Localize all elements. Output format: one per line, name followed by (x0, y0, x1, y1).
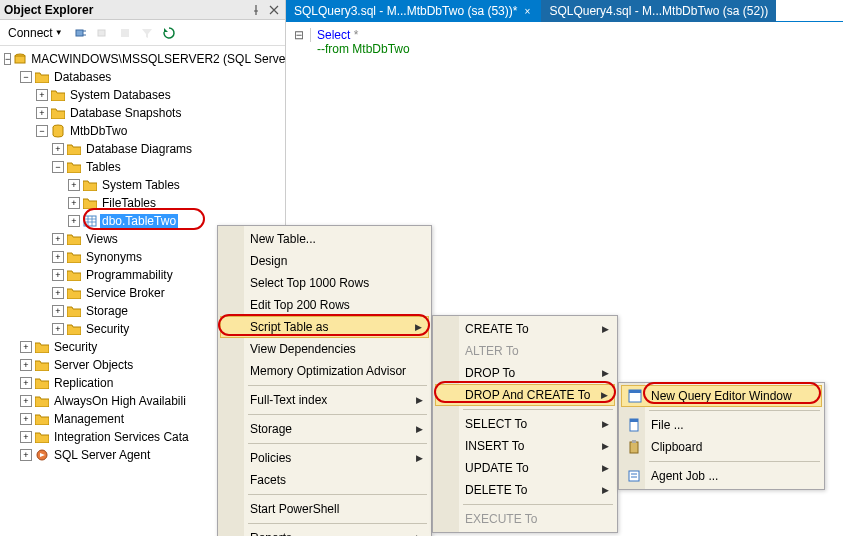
pin-icon[interactable] (249, 3, 263, 17)
menu-storage[interactable]: Storage▶ (220, 418, 429, 440)
expand-icon[interactable]: + (36, 89, 48, 101)
menu-insert-to[interactable]: INSERT To▶ (435, 435, 615, 457)
menu-label: SELECT To (465, 417, 527, 431)
menu-new-table[interactable]: New Table... (220, 228, 429, 250)
menu-select-to[interactable]: SELECT To▶ (435, 413, 615, 435)
context-menu-script: CREATE To▶ ALTER To DROP To▶ DROP And CR… (432, 315, 618, 533)
connect-button[interactable]: Connect ▼ (4, 24, 67, 42)
menu-label: Full-Text index (250, 393, 327, 407)
disconnect-icon[interactable] (95, 25, 111, 41)
tree-sysdb-node[interactable]: +System Databases (36, 86, 285, 104)
menu-fulltext[interactable]: Full-Text index▶ (220, 389, 429, 411)
expand-icon[interactable]: + (68, 197, 80, 209)
expand-icon[interactable]: + (52, 305, 64, 317)
close-icon[interactable] (267, 3, 281, 17)
submenu-arrow-icon: ▶ (416, 424, 423, 434)
expand-icon[interactable]: + (52, 233, 64, 245)
expand-icon[interactable]: + (20, 341, 32, 353)
expand-icon[interactable]: + (20, 395, 32, 407)
expand-icon[interactable]: + (52, 287, 64, 299)
submenu-arrow-icon: ▶ (416, 453, 423, 463)
tab-close-icon[interactable]: × (521, 5, 533, 17)
expand-icon[interactable]: + (68, 215, 80, 227)
stop-icon[interactable] (117, 25, 133, 41)
svg-rect-9 (629, 390, 641, 393)
synonyms-label: Synonyms (84, 250, 144, 264)
svg-rect-12 (630, 442, 638, 453)
collapse-icon[interactable]: − (52, 161, 64, 173)
menu-policies[interactable]: Policies▶ (220, 447, 429, 469)
connect-plug-icon[interactable] (73, 25, 89, 41)
expand-icon[interactable]: + (68, 179, 80, 191)
tab-sqlquery3[interactable]: SQLQuery3.sql - M...MtbDbTwo (sa (53))* … (286, 0, 541, 22)
expand-icon[interactable]: + (20, 377, 32, 389)
expand-icon[interactable]: + (52, 269, 64, 281)
menu-edit-top[interactable]: Edit Top 200 Rows (220, 294, 429, 316)
expand-icon[interactable]: + (20, 413, 32, 425)
filetables-label: FileTables (100, 196, 158, 210)
menu-facets[interactable]: Facets (220, 469, 429, 491)
expand-icon[interactable]: + (52, 143, 64, 155)
expand-icon[interactable]: + (36, 107, 48, 119)
folder-icon (50, 88, 66, 102)
menu-reports[interactable]: Reports▶ (220, 527, 429, 536)
expand-icon[interactable]: + (52, 323, 64, 335)
menu-create-to[interactable]: CREATE To▶ (435, 318, 615, 340)
tree-db-node[interactable]: −MtbDbTwo (36, 122, 285, 140)
menu-label: Agent Job ... (651, 469, 718, 483)
refresh-icon[interactable] (161, 25, 177, 41)
collapse-icon[interactable]: − (4, 53, 11, 65)
folder-icon (66, 304, 82, 318)
menu-design[interactable]: Design (220, 250, 429, 272)
menu-drop-to[interactable]: DROP To▶ (435, 362, 615, 384)
collapse-icon[interactable]: − (36, 125, 48, 137)
folder-icon (66, 286, 82, 300)
file-icon (626, 417, 642, 433)
code-editor[interactable]: ⊟Select * ⊟--from MtbDbTwo (286, 22, 843, 62)
svg-rect-14 (629, 471, 639, 481)
menu-view-deps[interactable]: View Dependencies (220, 338, 429, 360)
menu-label: INSERT To (465, 439, 524, 453)
tree-diagrams-node[interactable]: +Database Diagrams (52, 140, 285, 158)
security-label: Security (52, 340, 99, 354)
menu-update-to[interactable]: UPDATE To▶ (435, 457, 615, 479)
agent-label: SQL Server Agent (52, 448, 152, 462)
svg-rect-0 (76, 30, 83, 36)
folder-icon (82, 178, 98, 192)
snapshots-label: Database Snapshots (68, 106, 183, 120)
menu-agent-job[interactable]: Agent Job ... (621, 465, 822, 487)
tree-snapshots-node[interactable]: +Database Snapshots (36, 104, 285, 122)
menu-new-query-editor[interactable]: New Query Editor Window (621, 385, 822, 407)
filter-icon[interactable] (139, 25, 155, 41)
menu-clipboard[interactable]: Clipboard (621, 436, 822, 458)
svg-rect-4 (15, 56, 25, 63)
menu-mem-opt[interactable]: Memory Optimization Advisor (220, 360, 429, 382)
menu-select-top[interactable]: Select Top 1000 Rows (220, 272, 429, 294)
collapse-icon[interactable]: − (20, 71, 32, 83)
menu-label: Clipboard (651, 440, 702, 454)
tree-server-node[interactable]: − MACWINDOWS\MSSQLSERVER2 (SQL Serve (4, 50, 285, 68)
tree-filetables-node[interactable]: +FileTables (68, 194, 285, 212)
agent-icon (34, 448, 50, 462)
menu-powershell[interactable]: Start PowerShell (220, 498, 429, 520)
tree-databases-node[interactable]: − Databases (20, 68, 285, 86)
agent-job-icon (626, 468, 642, 484)
menu-script-table[interactable]: Script Table as▶ (220, 316, 429, 338)
menu-file[interactable]: File ... (621, 414, 822, 436)
views-label: Views (84, 232, 120, 246)
menu-drop-create-to[interactable]: DROP And CREATE To▶ (435, 384, 615, 406)
context-menu-table: New Table... Design Select Top 1000 Rows… (217, 225, 432, 536)
menu-delete-to[interactable]: DELETE To▶ (435, 479, 615, 501)
expand-icon[interactable]: + (52, 251, 64, 263)
menu-label: View Dependencies (250, 342, 356, 356)
expand-icon[interactable]: + (20, 431, 32, 443)
server-icon (13, 52, 27, 66)
fold-gutter-icon[interactable]: ⊟ (294, 28, 311, 42)
tree-systables-node[interactable]: +System Tables (68, 176, 285, 194)
table-two-label: dbo.TableTwo (100, 214, 178, 228)
tab-sqlquery4[interactable]: SQLQuery4.sql - M...MtbDbTwo (sa (52)) (541, 0, 776, 22)
expand-icon[interactable]: + (20, 449, 32, 461)
tree-tables-node[interactable]: −Tables (52, 158, 285, 176)
expand-icon[interactable]: + (20, 359, 32, 371)
databases-label: Databases (52, 70, 113, 84)
